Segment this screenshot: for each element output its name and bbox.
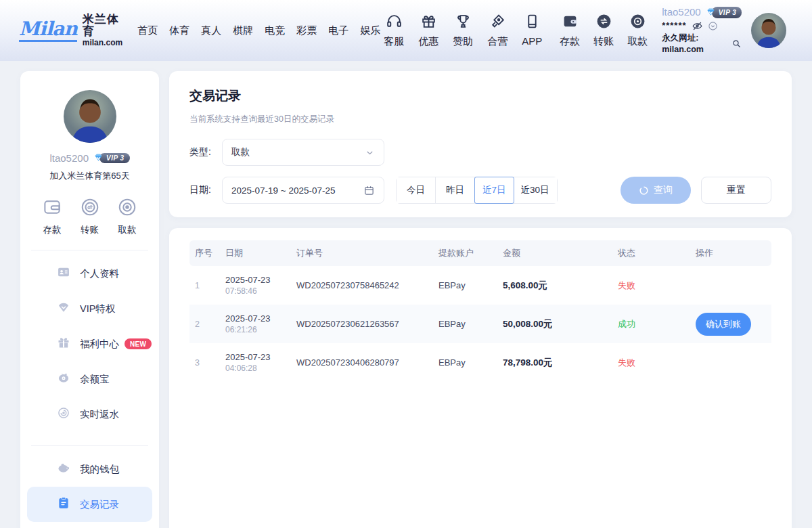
divider [31, 445, 148, 446]
top-bar: Milan 米兰体育 milan.com 首页 体育 真人 棋牌 电竞 彩票 电… [0, 0, 812, 61]
sidebar-item-bets[interactable]: 投注记录 [20, 522, 159, 528]
row-order-no: WD202507230406280797 [291, 343, 433, 382]
col-date: 日期 [220, 240, 291, 266]
row-amount: 5,608.00元 [497, 266, 612, 305]
target-outline-icon [117, 197, 137, 220]
nav-chess[interactable]: 棋牌 [233, 24, 253, 37]
nav-lottery[interactable]: 彩票 [296, 24, 317, 37]
row-time: 07:58:46 [225, 286, 286, 296]
row-action [690, 343, 771, 382]
headset-icon [386, 13, 403, 32]
transaction-records-icon [57, 496, 70, 512]
row-order-no: WD202507230758465242 [291, 266, 433, 305]
sidebar-item-profile[interactable]: 个人资料 [20, 256, 159, 291]
logo-cn-name: 米兰体育 [83, 14, 122, 39]
sidebar-item-benefits-label: 福利中心 [80, 338, 119, 351]
sidebar-item-vip[interactable]: VIP特权 [20, 291, 159, 326]
nav-sports[interactable]: 体育 [169, 24, 189, 37]
row-datetime: 2025-07-23 04:06:28 [220, 343, 291, 382]
range-today-button[interactable]: 今日 [397, 177, 436, 203]
magnifier-icon[interactable] [731, 39, 742, 49]
wallet-filled-icon [562, 13, 579, 32]
transfer-action-label: 转账 [81, 224, 99, 236]
date-range-input[interactable]: 2025-07-19 ~ 2025-07-25 [222, 177, 384, 204]
eye-off-icon[interactable] [692, 20, 703, 32]
row-amount: 50,008.00元 [497, 305, 612, 343]
balance-mask: ****** [662, 20, 686, 32]
range-30days-button[interactable]: 近30日 [514, 177, 557, 203]
app-link[interactable]: APP [518, 13, 545, 48]
id-card-icon [57, 265, 70, 282]
row-status: 失败 [612, 343, 690, 382]
gem-icon [57, 301, 70, 317]
username[interactable]: ltao5200 [662, 5, 701, 19]
transfer-filled-icon [595, 13, 612, 32]
logo-domain: milan.com [83, 39, 122, 47]
row-index: 1 [189, 266, 220, 305]
range-7days-button[interactable]: 近7日 [474, 177, 514, 204]
query-button[interactable]: 查询 [621, 177, 691, 204]
row-amount: 78,798.00元 [497, 343, 612, 382]
partner-link[interactable]: 合营 [484, 13, 511, 48]
date-label: 日期: [189, 184, 222, 196]
table-row: 2 2025-07-23 06:21:26 WD2025072306212635… [189, 305, 771, 343]
records-panel: 序号 日期 订单号 提款账户 金额 状态 操作 1 2025-07-23 [169, 228, 792, 528]
sidebar-item-rebate[interactable]: 实时返水 [20, 397, 159, 432]
vip-diamond-icon [93, 152, 104, 164]
sidebar-username: ltao5200 [49, 152, 89, 164]
nav-home[interactable]: 首页 [137, 24, 158, 37]
reset-button[interactable]: 重置 [701, 177, 771, 204]
piggy-bank-icon [57, 371, 70, 387]
filter-panel: 交易记录 当前系统支持查询最近30日的交易记录 类型: 取款 日期: 2025-… [169, 71, 792, 217]
nav-slots[interactable]: 电子 [328, 24, 348, 37]
sidebar-item-benefits[interactable]: 福利中心 NEW [20, 326, 159, 361]
promotions-link[interactable]: 优惠 [415, 13, 442, 48]
nav-entertainment[interactable]: 娱乐 [360, 24, 380, 37]
calendar-icon [363, 185, 375, 196]
gift-icon [420, 13, 437, 32]
main-content: 交易记录 当前系统支持查询最近30日的交易记录 类型: 取款 日期: 2025-… [169, 71, 792, 528]
sidebar-item-wallet[interactable]: 我的钱包 [20, 452, 159, 487]
col-amount: 金额 [497, 240, 612, 266]
sidebar-avatar[interactable] [64, 90, 116, 143]
sidebar-item-yuebao-label: 余额宝 [80, 373, 110, 386]
deposit-link-top[interactable]: 存款 [556, 13, 583, 48]
transfer-outline-icon [80, 197, 100, 220]
customer-service-link[interactable]: 客服 [380, 13, 407, 48]
deposit-label-top: 存款 [560, 35, 580, 48]
withdraw-action-label: 取款 [118, 224, 137, 236]
chevron-circle-icon[interactable] [708, 21, 718, 31]
sidebar-item-wallet-label: 我的钱包 [80, 463, 119, 476]
brand-logo[interactable]: Milan 米兰体育 milan.com [19, 14, 122, 48]
col-order-no: 订单号 [291, 240, 433, 266]
sidebar-item-yuebao[interactable]: 余额宝 [20, 361, 159, 397]
row-time: 04:06:28 [225, 364, 286, 373]
confirm-receipt-button[interactable]: 确认到账 [696, 313, 751, 336]
customer-service-label: 客服 [384, 35, 404, 48]
sidebar-item-vip-label: VIP特权 [80, 303, 115, 315]
sponsor-link[interactable]: 赞助 [449, 13, 476, 48]
row-date: 2025-07-23 [225, 352, 286, 362]
avatar[interactable] [751, 13, 786, 48]
sidebar-item-transactions[interactable]: 交易记录 [27, 487, 152, 522]
deposit-action[interactable]: 存款 [42, 197, 62, 236]
row-index: 2 [189, 305, 220, 343]
range-yesterday-button[interactable]: 昨日 [436, 177, 475, 203]
table-row: 1 2025-07-23 07:58:46 WD2025072307584652… [189, 266, 771, 305]
type-select-value: 取款 [231, 146, 250, 158]
nav-esports[interactable]: 电竞 [265, 24, 285, 37]
vip-diamond-icon [705, 7, 717, 18]
phone-icon [524, 13, 541, 32]
transfer-link-top[interactable]: 转账 [590, 13, 617, 48]
rebate-icon [57, 406, 70, 422]
spinner-icon [639, 185, 649, 196]
type-select[interactable]: 取款 [222, 139, 384, 166]
main-nav: 首页 体育 真人 棋牌 电竞 彩票 电子 娱乐 [137, 24, 380, 37]
sponsor-label: 赞助 [453, 35, 473, 48]
row-time: 06:21:26 [225, 325, 286, 334]
transfer-action[interactable]: 转账 [80, 197, 100, 236]
date-range-presets: 今日 昨日 近7日 近30日 [396, 177, 558, 204]
withdraw-link-top[interactable]: 取款 [624, 13, 651, 48]
nav-live[interactable]: 真人 [201, 24, 221, 37]
withdraw-action[interactable]: 取款 [117, 197, 137, 236]
